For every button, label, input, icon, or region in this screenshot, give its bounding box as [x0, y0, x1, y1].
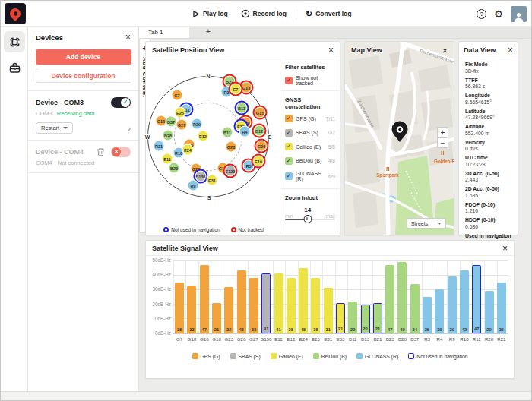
field-label: Velocity: [465, 140, 511, 147]
signal-bar-E25[interactable]: 38: [311, 278, 320, 333]
signal-bar-G16[interactable]: 47: [200, 265, 209, 333]
close-icon[interactable]: ×: [442, 46, 448, 55]
status-footer: [1, 391, 531, 401]
signal-bar-B11[interactable]: 22: [348, 302, 357, 333]
signal-bar-B13[interactable]: 20: [361, 305, 370, 333]
signal-bar-E33[interactable]: 21: [336, 303, 345, 333]
signal-bar-E11[interactable]: 41: [274, 273, 283, 333]
data-field: Fix Mode3D-fix: [465, 62, 511, 74]
show-not-tracked-checkbox[interactable]: ✓ Show not tracked: [285, 75, 335, 86]
legend-label: Not used in navigation: [416, 354, 467, 359]
device-configuration-button[interactable]: Device configuration: [36, 68, 131, 83]
signal-bar-G27[interactable]: 38: [249, 278, 258, 333]
signal-bar-R4[interactable]: 30: [435, 289, 444, 333]
user-avatar[interactable]: [511, 6, 527, 22]
data-field: Velocity0 m/s: [465, 140, 511, 153]
map-zoom-in-button[interactable]: +: [437, 127, 448, 137]
top-bar-right: ? ⚙: [477, 1, 527, 27]
constellation-row-R[interactable]: ✓GLONASS (R)6/9: [285, 171, 335, 182]
compass-south: S: [207, 195, 212, 200]
device-row-com4[interactable]: Device - COM4 × COM4 Not connected: [28, 140, 138, 173]
toggle-x-icon: ×: [112, 147, 121, 156]
legend-swatch: [408, 353, 414, 359]
constellation-row-G[interactable]: ✓GPS (G)7/11: [285, 115, 335, 122]
panel-title: Satellite Signal View: [152, 245, 218, 252]
bar-slot-B28: 49: [396, 262, 408, 333]
x-tick-label: E31: [322, 336, 334, 342]
legend-swatch: [192, 353, 198, 359]
signal-bar-G18[interactable]: 21: [212, 303, 221, 333]
constellation-row-B[interactable]: ✓BeiDou (B)4/8: [285, 157, 335, 165]
x-tick-label: S136: [260, 336, 272, 342]
restart-dropdown[interactable]: Restart: [36, 122, 73, 134]
signal-bar-E31[interactable]: 31: [324, 288, 333, 333]
bar-slot-B23: 47: [384, 265, 396, 333]
chevron-down-icon: [437, 223, 442, 225]
help-icon[interactable]: ?: [477, 9, 486, 19]
close-icon[interactable]: ×: [328, 46, 334, 55]
play-icon: [192, 10, 200, 18]
satellite-R9: R9: [188, 180, 199, 191]
zoom-slider[interactable]: 14 min max: [285, 213, 335, 229]
signal-bar-E12[interactable]: 38: [287, 278, 296, 333]
signal-bar-E24[interactable]: 45: [299, 268, 308, 333]
field-label: Latitude: [465, 109, 511, 115]
map-layer-select[interactable]: Streets: [407, 218, 446, 229]
filter-column: Filter satellites ✓ Show not tracked GNS…: [280, 58, 340, 235]
x-tick-label: G26: [235, 336, 247, 342]
device-com4-toggle[interactable]: ×: [111, 147, 131, 157]
device-com3-toggle[interactable]: ✓: [111, 97, 131, 108]
bar-slot-B13: 20: [359, 305, 371, 333]
constellation-row-S[interactable]: ✓SBAS (S)0/2: [285, 129, 335, 137]
toggle-check-icon: ✓: [121, 98, 130, 107]
signal-bar-R3[interactable]: 25: [423, 297, 432, 333]
checkbox-label: Show not tracked: [296, 75, 335, 86]
signal-bar-R21[interactable]: 35: [497, 283, 506, 333]
signal-bar-G7[interactable]: 35: [175, 283, 184, 333]
new-tab-button[interactable]: +: [197, 27, 220, 38]
bar-slot-E25: 38: [309, 278, 321, 333]
add-device-button[interactable]: Add device: [36, 49, 131, 65]
trash-icon[interactable]: [97, 147, 105, 156]
y-tick-label: 50dB-Hz: [147, 257, 171, 263]
signal-bar-B37[interactable]: 34: [410, 284, 420, 333]
signal-bar-R20[interactable]: 29: [485, 291, 494, 333]
tab-1[interactable]: Tab 1: [139, 27, 189, 38]
legend-swatch: [313, 353, 319, 359]
play-log-label: Play log: [203, 10, 228, 17]
nav-devices-icon[interactable]: [4, 31, 25, 52]
device-row-com3[interactable]: Device - COM3 ✓ COM3 Receiving data Rest…: [28, 90, 138, 140]
signal-bar-R10[interactable]: 43: [460, 270, 469, 333]
legend-item-S: SBAS (S): [230, 353, 261, 359]
signal-bar-G26[interactable]: 43: [237, 270, 246, 333]
convert-log-button[interactable]: ↻ Convert log: [302, 7, 355, 21]
play-log-button[interactable]: Play log: [188, 7, 232, 21]
map-zoom-out-button[interactable]: −: [437, 137, 448, 148]
signal-bar-S136[interactable]: 41: [261, 273, 271, 333]
nav-toolbox-icon[interactable]: [4, 57, 25, 78]
x-tick-label: B21: [372, 336, 384, 342]
constellation-row-E[interactable]: ✓Galileo (E)5/8: [285, 143, 335, 150]
data-view-panel: Data View × Fix Mode3D-fixTTFF56.863 sLo…: [458, 41, 518, 235]
legend-label: GLONASS (R): [365, 354, 398, 359]
settings-gear-icon[interactable]: ⚙: [494, 9, 503, 19]
bar-value: 43: [460, 327, 469, 332]
x-tick-label: R10: [458, 336, 470, 342]
close-icon[interactable]: ×: [508, 46, 513, 55]
chevron-right-icon[interactable]: ›: [128, 124, 131, 133]
signal-bar-R11[interactable]: 47: [472, 265, 481, 333]
bar-value: 47: [385, 327, 394, 332]
y-tick-label: 40dB-Hz: [147, 272, 171, 277]
signal-bar-B28[interactable]: 49: [397, 262, 407, 333]
signal-bar-B23[interactable]: 47: [385, 265, 394, 333]
signal-bar-B21[interactable]: 21: [373, 303, 382, 333]
signal-bar-G10[interactable]: 33: [187, 286, 196, 333]
checkbox-icon: ✓: [285, 172, 293, 180]
signal-bar-R9[interactable]: 39: [448, 276, 457, 333]
record-log-button[interactable]: Record log: [237, 6, 290, 21]
devices-close-icon[interactable]: ×: [125, 33, 131, 42]
signal-bar-G23[interactable]: 32: [224, 287, 233, 333]
close-icon[interactable]: ×: [502, 244, 508, 253]
bar-slot-G26: 43: [235, 270, 247, 333]
slider-thumb[interactable]: [303, 215, 312, 223]
